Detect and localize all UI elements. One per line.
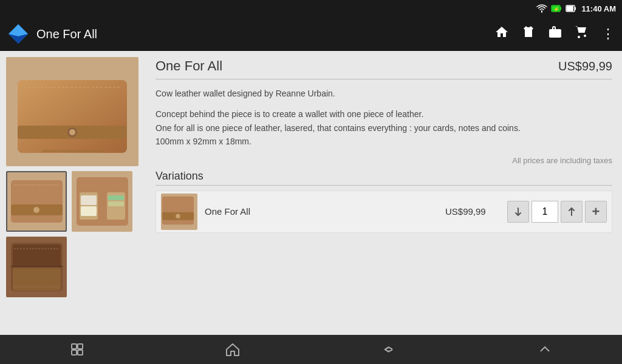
product-title: One For All bbox=[156, 58, 222, 74]
svg-rect-29 bbox=[108, 201, 124, 206]
home-icon[interactable] bbox=[494, 25, 509, 43]
app-logo bbox=[7, 23, 29, 45]
variation-name: One For All bbox=[205, 206, 438, 217]
svg-rect-27 bbox=[81, 206, 97, 216]
product-description-1: Cow leather wallet designed by Reanne Ur… bbox=[156, 87, 612, 100]
svg-rect-13 bbox=[18, 80, 127, 153]
cart-icon[interactable] bbox=[575, 25, 589, 43]
product-description-2: Concept behind the piece is to create a … bbox=[156, 107, 612, 148]
svg-rect-19 bbox=[11, 180, 63, 223]
shirt-icon[interactable] bbox=[521, 25, 536, 43]
thumbnail-row-2 bbox=[6, 237, 140, 297]
thumb-2[interactable] bbox=[72, 171, 132, 232]
app-bar: One For All ⋮ bbox=[0, 17, 622, 51]
thumb-1[interactable] bbox=[6, 171, 67, 232]
variation-thumb bbox=[161, 194, 197, 230]
app-bar-actions: ⋮ bbox=[494, 25, 615, 43]
quantity-input[interactable]: 1 bbox=[531, 201, 558, 223]
variation-price: US$99,99 bbox=[445, 206, 500, 217]
more-icon[interactable]: ⋮ bbox=[601, 26, 615, 42]
tax-note: All prices are including taxes bbox=[156, 156, 612, 165]
increment-button[interactable] bbox=[561, 201, 583, 223]
svg-rect-5 bbox=[575, 7, 576, 10]
battery-charging-icon: ⚡ bbox=[551, 4, 562, 13]
status-time: 11:40 AM bbox=[581, 4, 616, 13]
svg-rect-39 bbox=[72, 344, 77, 349]
detail-panel: One For All US$99,99 Cow leather wallet … bbox=[146, 51, 622, 335]
variation-row: One For All US$99,99 1 + bbox=[156, 190, 612, 233]
app-bar-title: One For All bbox=[36, 27, 487, 41]
svg-rect-18 bbox=[42, 150, 103, 152]
back-icon[interactable] bbox=[380, 342, 397, 357]
svg-text:⚡: ⚡ bbox=[553, 6, 559, 12]
main-content: One For All US$99,99 Cow leather wallet … bbox=[0, 51, 622, 335]
svg-point-21 bbox=[33, 207, 39, 213]
add-to-cart-button[interactable]: + bbox=[585, 201, 607, 223]
svg-rect-6 bbox=[567, 6, 573, 11]
svg-rect-26 bbox=[81, 195, 97, 205]
svg-rect-31 bbox=[13, 244, 61, 267]
svg-rect-41 bbox=[72, 350, 77, 355]
wifi-icon bbox=[536, 4, 547, 13]
thumb-3[interactable] bbox=[6, 237, 67, 297]
svg-rect-28 bbox=[108, 195, 124, 200]
svg-rect-42 bbox=[78, 350, 83, 355]
svg-rect-40 bbox=[78, 344, 83, 349]
svg-marker-8 bbox=[9, 24, 28, 36]
product-price: US$99,99 bbox=[558, 59, 612, 73]
svg-rect-36 bbox=[162, 196, 194, 224]
variations-title: Variations bbox=[156, 170, 612, 186]
status-bar: ⚡ 11:40 AM bbox=[0, 0, 622, 17]
thumbnail-row-1 bbox=[6, 171, 140, 232]
briefcase-icon[interactable] bbox=[548, 25, 562, 43]
product-header: One For All US$99,99 bbox=[156, 58, 612, 79]
qty-controls: 1 + bbox=[507, 201, 607, 223]
home-nav-icon[interactable] bbox=[225, 342, 241, 357]
image-panel bbox=[0, 51, 146, 335]
svg-point-38 bbox=[176, 214, 180, 218]
svg-rect-1 bbox=[560, 7, 561, 10]
decrement-button[interactable] bbox=[507, 201, 529, 223]
battery-icon bbox=[566, 4, 576, 13]
main-product-image[interactable] bbox=[6, 57, 138, 166]
svg-point-16 bbox=[69, 129, 75, 135]
bottom-nav bbox=[0, 335, 622, 364]
svg-rect-10 bbox=[549, 29, 561, 38]
scroll-top-icon[interactable] bbox=[538, 342, 552, 357]
status-icons: ⚡ bbox=[536, 4, 576, 13]
recent-apps-icon[interactable] bbox=[70, 342, 84, 357]
svg-point-11 bbox=[584, 35, 586, 37]
